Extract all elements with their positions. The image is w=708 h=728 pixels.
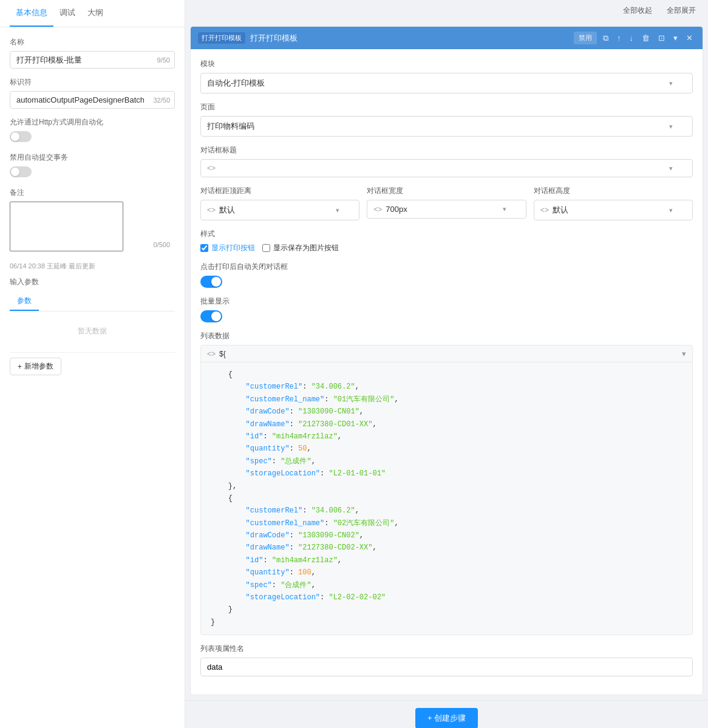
dialog-width-select[interactable]: <> 700px ▾	[367, 200, 526, 219]
page-select[interactable]: 打印物料编码 ▾	[200, 116, 693, 137]
dialog-title-select[interactable]: <> ▾	[200, 159, 693, 177]
code-expand-icon[interactable]: ▾	[682, 349, 686, 358]
module-select[interactable]: 自动化-打印模板 ▾	[200, 73, 693, 94]
module-select-text: 自动化-打印模板	[207, 78, 665, 89]
tab-basic-info[interactable]: 基本信息	[10, 0, 53, 27]
copy-icon[interactable]: ⧉	[601, 32, 611, 44]
note-group: 备注 0/500	[10, 188, 175, 253]
batch-display-group: 批量显示	[200, 296, 693, 322]
module-chevron-icon: ▾	[669, 80, 673, 87]
bottom-bar: + 创建步骤	[185, 700, 708, 728]
tab-bar: 基本信息 调试 大纲	[0, 0, 185, 27]
update-info: 06/14 20:38 王延峰 最后更新	[10, 262, 175, 271]
show-save-image-checkbox[interactable]: 显示保存为图片按钮	[262, 243, 339, 253]
dialog-width-text: 700px	[386, 205, 499, 214]
show-print-btn-input[interactable]	[200, 244, 208, 252]
params-tab-item[interactable]: 参数	[10, 292, 39, 311]
dialog-height-select[interactable]: <> 默认 ▾	[534, 200, 693, 220]
more-icon[interactable]: ▾	[671, 32, 680, 44]
name-label: 名称	[10, 37, 175, 47]
identifier-input-wrapper: 32/50	[10, 91, 175, 109]
block-body: 模块 自动化-打印模板 ▾ 页面 打印物料编码 ▾ 对话框标题	[191, 49, 703, 695]
dialog-top-text: 默认	[219, 205, 332, 216]
tab-outline[interactable]: 大纲	[81, 0, 109, 27]
dialog-height-label: 对话框高度	[534, 186, 693, 196]
create-step-label: + 创建步骤	[427, 713, 466, 724]
code-editor-header: <> ${ ▾	[201, 345, 692, 362]
dialog-height-prefix: <>	[540, 206, 549, 214]
left-panel: 基本信息 调试 大纲 名称 9/50 标识符 32/50	[0, 0, 185, 728]
note-textarea[interactable]	[10, 202, 123, 251]
plus-icon: +	[18, 362, 22, 371]
identifier-input[interactable]	[10, 91, 175, 109]
delete-icon[interactable]: 🗑	[639, 32, 652, 44]
block-title: 打开打印模板	[250, 33, 569, 44]
auto-submit-toggle[interactable]	[10, 166, 32, 177]
note-textarea-wrapper: 0/500	[10, 202, 175, 253]
tab-debug[interactable]: 调试	[53, 0, 81, 27]
dialog-title-prefix: <>	[207, 164, 216, 172]
disable-btn[interactable]: 禁用	[574, 32, 597, 44]
dialog-title-chevron-icon: ▾	[669, 165, 673, 172]
right-panel: 全部收起 全部展开 打开打印模板 打开打印模板 禁用 ⧉ ↑ ↓ 🗑 ⊡ ▾ ✕	[185, 0, 708, 728]
show-print-btn-checkbox[interactable]: 显示打印按钮	[200, 243, 255, 253]
params-label: 输入参数	[10, 277, 175, 287]
dialog-height-group: 对话框高度 <> 默认 ▾	[534, 186, 693, 220]
expand-all-btn[interactable]: 全部展开	[662, 4, 701, 18]
left-content: 名称 9/50 标识符 32/50 允许通过Http方式调用自动化	[0, 27, 185, 728]
list-item-name-input[interactable]	[200, 658, 693, 676]
page-label: 页面	[200, 102, 693, 112]
dialog-width-chevron-icon: ▾	[503, 205, 506, 213]
name-char-count: 9/50	[157, 56, 170, 64]
list-data-group: 列表数据 <> ${ ▾ { "customerRel": "34.006.2"…	[200, 331, 693, 635]
duplicate-icon[interactable]: ⊡	[656, 32, 667, 44]
identifier-label: 标识符	[10, 77, 175, 87]
batch-display-toggle[interactable]	[200, 310, 222, 322]
upload-icon[interactable]: ↑	[614, 32, 624, 44]
list-data-editor: <> ${ ▾ { "customerRel": "34.006.2", "cu…	[200, 345, 693, 635]
auto-close-group: 点击打印后自动关闭对话框	[200, 262, 693, 288]
block-actions: 禁用 ⧉ ↑ ↓ 🗑 ⊡ ▾ ✕	[574, 32, 695, 44]
divider	[10, 352, 175, 353]
page-group: 页面 打印物料编码 ▾	[200, 102, 693, 137]
create-step-button[interactable]: + 创建步骤	[415, 708, 478, 728]
close-icon[interactable]: ✕	[684, 32, 695, 44]
style-label: 样式	[200, 229, 693, 239]
list-item-name-group: 列表项属性名	[200, 644, 693, 676]
auto-close-label: 点击打印后自动关闭对话框	[200, 262, 693, 272]
name-input[interactable]	[10, 51, 175, 69]
dialog-top-group: 对话框距顶距离 <> 默认 ▾	[200, 186, 359, 220]
dialog-top-chevron-icon: ▾	[336, 206, 339, 214]
block-container: 打开打印模板 打开打印模板 禁用 ⧉ ↑ ↓ 🗑 ⊡ ▾ ✕ 模块	[190, 26, 703, 695]
page-chevron-icon: ▾	[669, 123, 673, 131]
block-header: 打开打印模板 打开打印模板 禁用 ⧉ ↑ ↓ 🗑 ⊡ ▾ ✕	[191, 27, 703, 49]
dialog-dimensions-row: 对话框距顶距离 <> 默认 ▾ 对话框宽度 <> 700px ▾	[200, 186, 693, 220]
dialog-width-prefix: <>	[373, 205, 382, 214]
show-save-image-input[interactable]	[262, 244, 270, 252]
block-tag[interactable]: 打开打印模板	[198, 32, 245, 44]
auto-submit-label: 禁用自动提交事务	[10, 152, 175, 163]
name-input-wrapper: 9/50	[10, 51, 175, 69]
params-tab-bar: 参数	[10, 292, 175, 311]
show-save-image-label: 显示保存为图片按钮	[273, 243, 339, 253]
identifier-group: 标识符 32/50	[10, 77, 175, 109]
download-icon[interactable]: ↓	[627, 32, 636, 44]
params-section: 输入参数 参数 暂无数据	[10, 277, 175, 346]
auto-submit-group: 禁用自动提交事务	[10, 152, 175, 179]
add-param-button[interactable]: + 新增参数	[10, 358, 61, 375]
auto-close-toggle[interactable]	[200, 276, 222, 288]
http-toggle[interactable]	[10, 131, 32, 142]
right-top-bar: 全部收起 全部展开	[185, 0, 708, 21]
page-select-text: 打印物料编码	[207, 121, 665, 132]
code-content[interactable]: { "customerRel": "34.006.2", "customerRe…	[201, 362, 692, 634]
http-label: 允许通过Http方式调用自动化	[10, 117, 175, 128]
note-label: 备注	[10, 188, 175, 198]
auto-close-toggle-row	[200, 276, 693, 288]
dialog-width-label: 对话框宽度	[367, 186, 526, 196]
dialog-width-group: 对话框宽度 <> 700px ▾	[367, 186, 526, 220]
collapse-all-btn[interactable]: 全部收起	[618, 4, 657, 18]
name-group: 名称 9/50	[10, 37, 175, 69]
http-group: 允许通过Http方式调用自动化	[10, 117, 175, 144]
dialog-title-group: 对话框标题 <> ▾	[200, 145, 693, 177]
dialog-top-select[interactable]: <> 默认 ▾	[200, 200, 359, 220]
